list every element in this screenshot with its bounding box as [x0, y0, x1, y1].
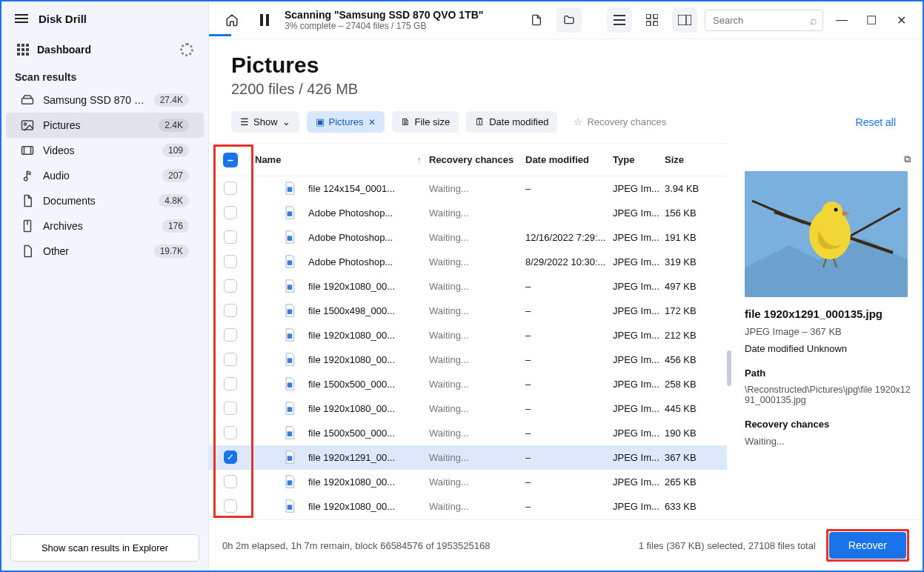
cell-type: JPEG Im...	[613, 256, 665, 267]
row-checkbox[interactable]	[224, 475, 237, 488]
star-icon: ☆	[574, 116, 582, 127]
header-name[interactable]: Name	[255, 154, 281, 165]
sidebar-dashboard[interactable]: Dashboard	[1, 36, 208, 64]
table-row[interactable]: file 1920x1080_00...Waiting...–JPEG Im..…	[209, 470, 727, 494]
select-all-checkbox[interactable]: –	[223, 153, 238, 167]
recover-button[interactable]: Recover	[829, 532, 906, 559]
svg-point-39	[822, 202, 842, 222]
filter-datemod-chip[interactable]: 🗓 Date modified	[466, 111, 557, 133]
cell-recovery-chances: Waiting...	[429, 354, 525, 365]
filter-recchance-label: Recovery chances	[587, 116, 666, 127]
dashboard-label: Dashboard	[37, 44, 180, 56]
sidebar-item-documents[interactable]: Documents4.8K	[6, 188, 204, 213]
filter-pictures-chip[interactable]: ▣ Pictures ✕	[307, 111, 385, 133]
cell-recovery-chances: Waiting...	[429, 207, 525, 219]
file-name: file 1920x1080_00...	[308, 476, 429, 488]
file-name: file 1920x1080_00...	[308, 281, 429, 292]
table-row[interactable]: file 1500x500_000...Waiting...–JPEG Im..…	[209, 372, 727, 396]
table-row[interactable]: file 1920x1080_00...Waiting...–JPEG Im..…	[209, 347, 727, 372]
folder-icon[interactable]	[556, 7, 582, 33]
file-name: Adobe Photoshop...	[308, 232, 429, 243]
cell-recovery-chances: Waiting...	[429, 501, 525, 512]
file-name: file 1500x500_000...	[308, 428, 429, 439]
filter-filesize-chip[interactable]: 🗎 File size	[392, 111, 459, 133]
cell-recovery-chances: Waiting...	[429, 452, 525, 463]
sidebar-item-videos[interactable]: Videos109	[6, 138, 204, 163]
home-button[interactable]	[219, 7, 245, 33]
row-checkbox[interactable]	[224, 426, 237, 439]
table-row[interactable]: file 1920x1080_00...Waiting...–JPEG Im..…	[209, 274, 727, 299]
sidebar-item-other[interactable]: Other19.7K	[6, 239, 204, 264]
cell-size: 191 KB	[665, 232, 727, 243]
menu-icon[interactable]	[15, 12, 28, 25]
svg-rect-21	[287, 211, 293, 216]
cell-type: JPEG Im...	[613, 501, 665, 512]
picture-icon: ▣	[316, 116, 325, 127]
table-row[interactable]: Adobe Photoshop...Waiting...JPEG Im...15…	[209, 201, 727, 225]
cell-size: 456 KB	[665, 354, 727, 365]
show-in-explorer-button[interactable]: Show scan results in Explorer	[10, 534, 199, 562]
header-size[interactable]: Size	[665, 154, 727, 165]
cell-size: 319 KB	[665, 256, 727, 267]
row-checkbox[interactable]	[224, 353, 237, 366]
minimize-button[interactable]: —	[831, 9, 853, 31]
table-row[interactable]: file 124x154_0001...Waiting...–JPEG Im..…	[209, 176, 727, 201]
footer-elapsed: 0h 2m elapsed, 1h 7m remain, block 66584…	[222, 540, 628, 551]
table-row[interactable]: file 1920x1080_00...Waiting...–JPEG Im..…	[209, 396, 727, 421]
grid-view-icon[interactable]	[639, 7, 665, 33]
close-icon[interactable]: ✕	[368, 117, 376, 127]
header-date-modified[interactable]: Date modified	[525, 154, 613, 165]
sidebar-item-pictures[interactable]: Pictures2.4K	[6, 113, 204, 138]
filter-recchance-chip[interactable]: ☆ Recovery chances	[565, 111, 675, 133]
cell-size: 156 KB	[665, 207, 727, 219]
sidebar-item-label: Samsung SSD 870 QV...	[43, 94, 145, 106]
table-row[interactable]: file 1500x500_000...Waiting...–JPEG Im..…	[209, 421, 727, 445]
header-recovery-chances[interactable]: Recovery chances	[429, 154, 525, 165]
maximize-button[interactable]: ☐	[860, 9, 883, 31]
file-icon[interactable]	[524, 7, 549, 33]
scan-title: Scanning "Samsung SSD 870 QVO 1TB"	[285, 9, 516, 21]
close-button[interactable]: ✕	[890, 9, 912, 31]
table-row[interactable]: file 1500x498_000...Waiting...–JPEG Im..…	[209, 299, 727, 323]
file-icon	[283, 255, 296, 268]
show-dropdown[interactable]: ☰ Show ⌄	[231, 111, 299, 133]
table-row[interactable]: ✓file 1920x1291_00...Waiting...–JPEG Im.…	[209, 445, 727, 470]
pause-button[interactable]	[252, 7, 277, 33]
sidebar-item-samsung-ssd-qv-[interactable]: Samsung SSD 870 QV...27.4K	[6, 87, 204, 113]
preview-datemod: Date modified Unknown	[745, 343, 911, 354]
row-checkbox[interactable]	[224, 402, 237, 415]
table-row[interactable]: file 1920x1080_00...Waiting...–JPEG Im..…	[209, 323, 727, 347]
table-row[interactable]: Adobe Photoshop...Waiting...12/16/2022 7…	[209, 225, 727, 250]
hdd-icon	[21, 93, 34, 107]
row-checkbox[interactable]	[224, 182, 237, 195]
row-checkbox[interactable]	[224, 499, 237, 513]
preview-path: \Reconstructed\Pictures\jpg\file 1920x12…	[745, 385, 911, 405]
row-checkbox[interactable]	[224, 230, 237, 244]
file-icon	[283, 206, 296, 219]
row-checkbox[interactable]	[224, 328, 237, 342]
svg-point-40	[834, 208, 838, 212]
row-checkbox[interactable]: ✓	[224, 450, 237, 464]
row-checkbox[interactable]	[224, 206, 237, 219]
table-row[interactable]: Adobe Photoshop...Waiting...8/29/2022 10…	[209, 250, 727, 274]
search-field[interactable]: ⌕	[705, 10, 823, 31]
cell-date-modified: –	[525, 476, 613, 488]
search-input[interactable]	[705, 10, 823, 31]
row-checkbox[interactable]	[224, 377, 237, 390]
calendar-icon: 🗓	[475, 116, 485, 127]
sort-arrow-icon[interactable]: ↑	[417, 154, 422, 165]
table-row[interactable]: file 1920x1080_00...Waiting...–JPEG Im..…	[209, 494, 727, 519]
row-checkbox[interactable]	[224, 279, 237, 293]
panel-view-icon[interactable]	[672, 7, 697, 33]
row-checkbox[interactable]	[224, 255, 237, 268]
sidebar-item-audio[interactable]: Audio207	[6, 163, 204, 188]
cell-size: 3.94 KB	[665, 183, 727, 194]
reset-all-link[interactable]: Reset all	[856, 116, 900, 128]
cell-date-modified: –	[525, 183, 613, 194]
row-checkbox[interactable]	[224, 304, 237, 317]
sidebar-item-count: 2.4K	[159, 119, 189, 132]
sidebar-item-archives[interactable]: Archives176	[6, 213, 204, 239]
header-type[interactable]: Type	[613, 154, 665, 165]
popout-icon[interactable]: ⧉	[745, 153, 911, 165]
list-view-icon[interactable]	[607, 7, 632, 33]
